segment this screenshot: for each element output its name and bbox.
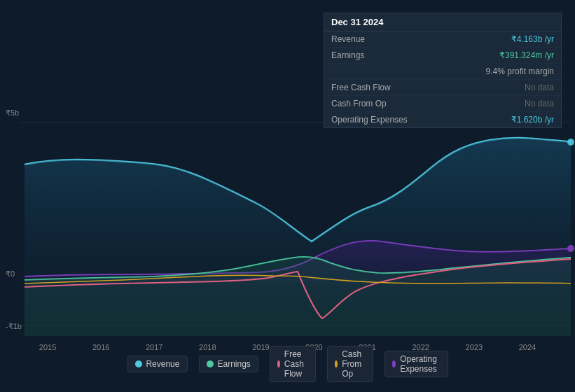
tooltip-label-cashfromop: Cash From Op bbox=[331, 99, 387, 108]
legend-item-revenue[interactable]: Revenue bbox=[127, 356, 187, 372]
tooltip-row-earnings: Earnings ₹391.324m /yr bbox=[324, 48, 561, 64]
x-label-2016: 2016 bbox=[92, 343, 109, 351]
legend-label-fcf: Free Cash Flow bbox=[284, 349, 308, 379]
tooltip-row-cashfromop: Cash From Op No data bbox=[324, 96, 561, 112]
x-label-2015: 2015 bbox=[39, 343, 56, 351]
tooltip-label-earnings: Earnings bbox=[331, 50, 364, 60]
legend-item-cashfromop[interactable]: Cash From Op bbox=[327, 346, 373, 382]
tooltip-label-opex: Operating Expenses bbox=[331, 115, 408, 125]
legend-dot-earnings bbox=[206, 360, 213, 368]
tooltip-label-fcf: Free Cash Flow bbox=[331, 83, 391, 92]
tooltip-value-earnings: ₹391.324m /yr bbox=[499, 50, 554, 60]
legend-label-opex: Operating Expenses bbox=[400, 354, 440, 374]
tooltip-row-opex: Operating Expenses ₹1.620b /yr bbox=[324, 112, 561, 127]
svg-point-5 bbox=[567, 245, 574, 252]
legend-dot-revenue bbox=[134, 360, 141, 368]
tooltip-label-revenue: Revenue bbox=[331, 34, 365, 44]
legend: Revenue Earnings Free Cash Flow Cash Fro… bbox=[127, 346, 448, 382]
tooltip-value-opex: ₹1.620b /yr bbox=[511, 115, 554, 125]
y-label-5b: ₹5b bbox=[6, 108, 19, 118]
tooltip-row-fcf: Free Cash Flow No data bbox=[324, 80, 561, 96]
svg-point-4 bbox=[567, 139, 574, 146]
x-label-2024: 2024 bbox=[519, 343, 536, 351]
legend-dot-opex bbox=[392, 360, 396, 368]
legend-label-earnings: Earnings bbox=[217, 359, 250, 369]
tooltip-value-revenue: ₹4.163b /yr bbox=[511, 34, 554, 44]
y-label-0: ₹0 bbox=[6, 270, 15, 279]
tooltip-row-margin: 9.4% profit margin bbox=[324, 64, 561, 80]
legend-dot-cashfromop bbox=[335, 360, 338, 368]
legend-dot-fcf bbox=[277, 360, 280, 368]
legend-item-opex[interactable]: Operating Expenses bbox=[385, 351, 448, 377]
chart-container: ₹5b ₹0 -₹1b Dec 31 2024 Revenue ₹4.163b … bbox=[0, 0, 575, 392]
legend-item-fcf[interactable]: Free Cash Flow bbox=[270, 346, 316, 382]
tooltip-value-margin: 9.4% profit margin bbox=[486, 66, 554, 76]
tooltip-value-cashfromop: No data bbox=[525, 99, 554, 108]
tooltip-value-fcf: No data bbox=[525, 83, 554, 92]
tooltip-title: Dec 31 2024 bbox=[324, 13, 561, 31]
legend-label-revenue: Revenue bbox=[146, 359, 179, 369]
y-label-neg1b: -₹1b bbox=[6, 322, 22, 331]
legend-item-earnings[interactable]: Earnings bbox=[198, 356, 258, 372]
x-label-2023: 2023 bbox=[466, 343, 483, 351]
tooltip-row-revenue: Revenue ₹4.163b /yr bbox=[324, 31, 561, 48]
legend-label-cashfromop: Cash From Op bbox=[342, 349, 366, 379]
tooltip-box: Dec 31 2024 Revenue ₹4.163b /yr Earnings… bbox=[324, 13, 562, 128]
